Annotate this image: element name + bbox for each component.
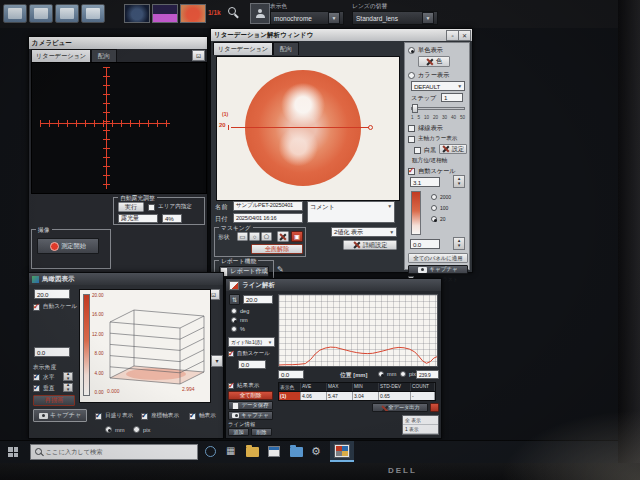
edit-pencil-icon[interactable]: ✎ <box>277 265 284 274</box>
angle-horizontal-checkbox[interactable] <box>33 374 40 381</box>
mini-list-item[interactable]: 全 表示 <box>403 416 438 425</box>
retardation-map-image[interactable]: (1) 20 <box>216 56 400 201</box>
autoscale-row[interactable]: 自動スケール <box>408 167 456 176</box>
detail-settings-button[interactable]: 詳細設定 <box>343 240 397 250</box>
bird-scale-field[interactable]: 20.0 <box>34 289 70 299</box>
range-20-row[interactable]: 20 <box>431 216 446 222</box>
range-2000-radio[interactable] <box>431 194 437 200</box>
range-2000-row[interactable]: 2000 <box>431 194 451 200</box>
tab-retardation[interactable]: リターデーション <box>31 49 91 62</box>
bird-window-titlebar[interactable]: 鳥瞰図表示 <box>29 273 223 285</box>
range-100-radio[interactable] <box>431 205 437 211</box>
unit-pct-row[interactable]: % <box>231 326 245 332</box>
color-display-row[interactable]: カラー表示 <box>408 71 449 80</box>
histogram-thumbnail-icon[interactable] <box>152 4 178 23</box>
unit-nm-row[interactable]: nm <box>231 317 248 323</box>
area-checkbox[interactable] <box>148 204 155 211</box>
camera-window-titlebar[interactable]: カメラビュー <box>29 37 207 49</box>
add-line-button[interactable]: 追加 <box>228 428 249 436</box>
bird-unit-pix-radio[interactable] <box>133 426 140 433</box>
lens-select[interactable]: Standard_lens ▼ <box>352 11 438 25</box>
range-100-row[interactable]: 100 <box>431 205 448 211</box>
line-autoscale-row[interactable]: 自動スケール <box>228 350 270 357</box>
bird-unit-pix-row[interactable]: pix <box>133 426 150 433</box>
bird-capture-button[interactable]: キャプチャ <box>33 409 87 422</box>
angle-horizontal-row[interactable]: 水平 <box>33 373 55 382</box>
angle-vertical-spinner[interactable]: ▲▼ <box>63 383 73 392</box>
pos-unit-mm-radio[interactable] <box>378 371 384 377</box>
remove-line-button[interactable]: 削除 <box>251 428 272 436</box>
capture-button[interactable]: キャプチャ <box>408 265 468 274</box>
range-20-radio[interactable] <box>431 216 437 222</box>
mask-apply-button[interactable]: ▣ <box>291 231 303 242</box>
axis-set-button[interactable]: 設定 <box>439 144 467 154</box>
step-slider[interactable] <box>411 107 465 110</box>
swap-axes-button[interactable]: ⇅ <box>229 294 240 305</box>
contour-row[interactable]: 縁線表示 <box>408 124 443 133</box>
retardation-thumbnail-icon[interactable] <box>180 4 206 23</box>
documents-folder-icon[interactable] <box>290 447 303 457</box>
taskbar-search-input[interactable]: ここに入力して検索 <box>30 444 198 460</box>
exposure-value-field[interactable]: 4% <box>162 214 182 223</box>
active-measurement-app-icon[interactable] <box>330 441 354 462</box>
cortana-icon[interactable] <box>205 446 216 457</box>
start-button[interactable] <box>0 441 26 463</box>
axis-display-checkbox[interactable] <box>189 413 196 420</box>
run-button[interactable]: 実行 <box>118 202 144 212</box>
name-field[interactable]: サンプルPET-20250401 <box>233 201 303 211</box>
principal-axis-row[interactable]: 主軸カラー表示 <box>408 135 457 143</box>
bird-unit-mm-radio[interactable] <box>105 426 112 433</box>
step-field[interactable]: 1 <box>441 93 463 102</box>
scale-min-spinner[interactable]: ▲▼ <box>453 237 465 250</box>
calendar-app-icon[interactable] <box>268 446 280 457</box>
camera-image-thumbnail-icon[interactable] <box>124 4 150 23</box>
measurement-guide-line[interactable] <box>231 127 369 128</box>
save-all-icon[interactable] <box>81 4 105 23</box>
result-display-row[interactable]: 結果表示 <box>228 382 259 390</box>
measure-start-button[interactable]: 測定開始 <box>37 238 99 254</box>
settings-gear-icon[interactable]: ⚙ <box>311 446 321 457</box>
tab-orientation[interactable]: 配向 <box>273 42 299 55</box>
open-file-icon[interactable] <box>3 4 27 23</box>
slider-thumb[interactable] <box>412 104 418 113</box>
apply-all-button[interactable]: 全てのパネルに適用 <box>408 253 468 263</box>
mask-tools-button[interactable] <box>277 231 289 242</box>
bird-autoscale-row[interactable]: 自動スケール <box>33 303 77 311</box>
delete-all-button[interactable]: 全て削除 <box>228 391 273 400</box>
mono-color-button[interactable]: 色 <box>418 56 450 67</box>
axis-display-row[interactable]: 軸表示 <box>189 412 216 420</box>
tab-retardation[interactable]: リターデーション <box>213 42 273 55</box>
palette-select[interactable]: DEFAULT▼ <box>411 81 465 91</box>
export-delete-button[interactable] <box>430 403 439 412</box>
save-file-icon[interactable] <box>29 4 53 23</box>
area-checkbox-row[interactable]: エリア内指定 <box>148 203 192 211</box>
bird-min-field[interactable]: 0.0 <box>34 347 70 357</box>
line-window-titlebar[interactable]: ライン解析 <box>226 279 441 291</box>
result-display-checkbox[interactable] <box>228 383 234 389</box>
scale-min-field[interactable]: 0.0 <box>410 239 440 249</box>
mask-polygon-button[interactable]: ⬠ <box>261 232 272 241</box>
principal-axis-checkbox[interactable] <box>408 136 415 143</box>
line-autoscale-checkbox[interactable] <box>228 351 234 357</box>
coord-axis-checkbox[interactable] <box>141 413 148 420</box>
line-capture-button[interactable]: キャプチャ <box>228 411 273 420</box>
tab-orientation[interactable]: 配向 <box>91 49 117 62</box>
unit-deg-row[interactable]: deg <box>231 308 249 314</box>
chevron-down-icon[interactable]: ▼ <box>387 203 392 209</box>
date-field[interactable]: 2025/04/01 16:16 <box>233 213 303 223</box>
bird-unit-mm-row[interactable]: mm <box>105 426 125 433</box>
mini-list-item[interactable]: 1 表示 <box>403 425 438 434</box>
pos-unit-pix-radio[interactable] <box>400 371 406 377</box>
pos-unit-mm-row[interactable]: mm <box>378 371 396 377</box>
angle-vertical-checkbox[interactable] <box>33 385 40 392</box>
display-color-select[interactable]: monochrome ▼ <box>270 11 344 25</box>
unit-pct-radio[interactable] <box>231 326 237 332</box>
line-end-handle-icon[interactable] <box>368 125 373 130</box>
autoscale-checkbox[interactable] <box>408 168 415 175</box>
save-data-button[interactable]: データ保存 <box>228 401 273 410</box>
zoom-search-icon[interactable] <box>228 7 238 18</box>
mask-circle-button[interactable]: ○ <box>249 232 260 241</box>
export-all-button[interactable]: 全データ出力 <box>372 403 428 412</box>
binarize-select[interactable]: 2値化 表示 ▼ <box>331 227 397 237</box>
angle-vertical-row[interactable]: 垂直 <box>33 384 55 393</box>
